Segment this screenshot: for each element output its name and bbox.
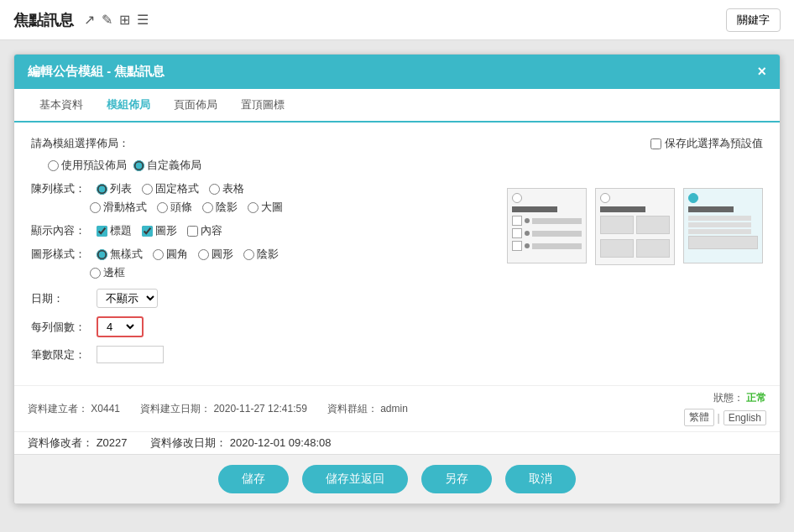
tab-page-layout[interactable]: 頁面佈局 bbox=[162, 89, 229, 123]
tab-module-layout[interactable]: 模組佈局 bbox=[95, 89, 162, 123]
style-scroll-label[interactable]: 滑動格式 bbox=[90, 200, 147, 215]
create-date-value: 2020-11-27 12:41:59 bbox=[213, 403, 306, 415]
per-row-label: 每列個數： bbox=[31, 320, 90, 335]
display-style-label: 陳列樣式： bbox=[31, 181, 90, 196]
tab-basic-info[interactable]: 基本資料 bbox=[28, 89, 95, 123]
style-fixed-radio[interactable] bbox=[142, 184, 153, 195]
per-row-select[interactable]: 1 2 3 4 5 bbox=[103, 320, 137, 334]
preview-1-dot3 bbox=[525, 243, 530, 248]
style-shadow-label[interactable]: 陰影 bbox=[202, 200, 238, 215]
style-table-radio[interactable] bbox=[209, 184, 220, 195]
img-border-radio[interactable] bbox=[90, 268, 101, 279]
image-style-row2: 邊框 bbox=[90, 265, 494, 280]
preview-2-bar bbox=[600, 206, 645, 212]
grid-icon[interactable]: ⊞ bbox=[119, 12, 130, 28]
img-round-corner-radio[interactable] bbox=[153, 249, 164, 260]
preview-1-row3 bbox=[512, 241, 582, 251]
style-headline-radio[interactable] bbox=[157, 202, 168, 213]
img-none-label[interactable]: 無樣式 bbox=[97, 247, 143, 262]
style-fixed-label[interactable]: 固定格式 bbox=[142, 181, 199, 196]
img-border-label[interactable]: 邊框 bbox=[90, 265, 125, 280]
preview-3-line2 bbox=[688, 222, 751, 227]
top-bar-icons: ↗︎ ✎ ⊞ ☰ bbox=[84, 12, 149, 28]
tab-pin-icon[interactable]: 置頂圖標 bbox=[229, 89, 296, 123]
img-shadow-label[interactable]: 陰影 bbox=[243, 247, 279, 262]
img-shadow-radio[interactable] bbox=[243, 249, 254, 260]
modifier-value: Z0227 bbox=[97, 436, 128, 449]
page-count-label: 筆數限定： bbox=[31, 347, 90, 362]
app-title: 焦點訊息 bbox=[13, 10, 74, 30]
preview-1-row2 bbox=[512, 228, 582, 238]
modify-date-info: 資料修改日期： 2020-12-01 09:48:08 bbox=[150, 436, 331, 449]
save-as-button[interactable]: 另存 bbox=[421, 465, 492, 493]
export-icon[interactable]: ↗︎ bbox=[84, 12, 95, 28]
preview-1-bar bbox=[512, 206, 557, 212]
lang-english[interactable]: English bbox=[723, 410, 766, 425]
save-default-checkbox[interactable] bbox=[650, 138, 661, 149]
image-style-row: 圖形樣式： 無樣式 圓角 bbox=[31, 247, 494, 262]
style-headline-label[interactable]: 頭條 bbox=[157, 200, 192, 215]
custom-radio[interactable] bbox=[133, 160, 144, 171]
content-image-checkbox[interactable] bbox=[142, 226, 153, 237]
preview-layout-1[interactable] bbox=[507, 188, 587, 263]
main-area: 編輯公告模組 - 焦點訊息 × 基本資料 模組佈局 頁面佈局 置頂圖標 請為模組… bbox=[0, 40, 794, 518]
content-title-label[interactable]: 標題 bbox=[97, 223, 132, 238]
style-list-radio[interactable] bbox=[97, 184, 107, 195]
top-bar-right: 關鍵字 bbox=[726, 8, 781, 32]
preview-layout-3[interactable] bbox=[683, 188, 763, 263]
content-text-checkbox[interactable] bbox=[187, 226, 198, 237]
modal-header: 編輯公告模組 - 焦點訊息 × bbox=[14, 55, 780, 89]
layout-type-row: 使用預設佈局 自定義佈局 bbox=[31, 158, 763, 173]
content-image-label[interactable]: 圖形 bbox=[142, 223, 177, 238]
img-circle-label[interactable]: 圓形 bbox=[198, 247, 233, 262]
per-row-field: 1 2 3 4 5 bbox=[97, 316, 144, 337]
creator-info: 資料建立者： X0441 bbox=[28, 402, 120, 416]
img-round-corner-label[interactable]: 圓角 bbox=[153, 247, 188, 262]
footer-info: 資料建立者： X0441 資料建立日期： 2020-11-27 12:41:59… bbox=[14, 385, 780, 431]
preview-2-cell4 bbox=[636, 239, 670, 258]
display-style-row: 陳列樣式： 列表 固定格式 bbox=[31, 181, 494, 196]
save-return-button[interactable]: 儲存並返回 bbox=[302, 465, 408, 493]
list-icon[interactable]: ☰ bbox=[137, 12, 149, 28]
close-icon[interactable]: × bbox=[757, 63, 766, 81]
edit-icon[interactable]: ✎ bbox=[102, 12, 112, 28]
create-date-info: 資料建立日期： 2020-11-27 12:41:59 bbox=[140, 402, 307, 416]
per-row-row: 每列個數： 1 2 3 4 5 bbox=[31, 316, 494, 337]
style-scroll-radio[interactable] bbox=[90, 202, 101, 213]
style-shadow-radio[interactable] bbox=[202, 202, 213, 213]
save-default-label: 保存此選擇為預設值 bbox=[665, 136, 763, 151]
modal-title: 編輯公告模組 - 焦點訊息 bbox=[28, 64, 165, 80]
lang-links: 繁體 | English bbox=[684, 409, 766, 426]
lang-traditional[interactable]: 繁體 bbox=[684, 409, 714, 426]
style-table-label[interactable]: 表格 bbox=[209, 181, 244, 196]
custom-radio-label[interactable]: 自定義佈局 bbox=[133, 158, 201, 173]
page-count-row: 筆數限定： bbox=[31, 346, 494, 363]
form-left: 陳列樣式： 列表 固定格式 bbox=[31, 181, 494, 372]
display-content-row: 顯示內容： 標題 圖形 內 bbox=[31, 223, 494, 238]
save-button[interactable]: 儲存 bbox=[218, 465, 289, 493]
layout-select-label: 請為模組選擇佈局： bbox=[31, 136, 129, 151]
page-count-input[interactable] bbox=[97, 346, 164, 363]
style-large-label[interactable]: 大圖 bbox=[248, 200, 283, 215]
content-title-checkbox[interactable] bbox=[97, 226, 107, 237]
use-default-radio[interactable] bbox=[48, 160, 59, 171]
preview-1-line2 bbox=[532, 231, 582, 237]
cancel-button[interactable]: 取消 bbox=[505, 465, 576, 493]
use-default-radio-label[interactable]: 使用預設佈局 bbox=[48, 158, 127, 173]
preview-1-sq3 bbox=[512, 241, 522, 251]
date-select[interactable]: 不顯示 顯示 bbox=[97, 289, 158, 308]
keyword-button[interactable]: 關鍵字 bbox=[726, 8, 781, 32]
modal-tabs: 基本資料 模組佈局 頁面佈局 置頂圖標 bbox=[14, 89, 780, 123]
display-content-options: 標題 圖形 內容 bbox=[97, 223, 222, 238]
img-circle-radio[interactable] bbox=[198, 249, 209, 260]
status-row: 狀態： 正常 bbox=[713, 391, 766, 405]
style-large-radio[interactable] bbox=[248, 202, 259, 213]
preview-1-dot bbox=[525, 218, 530, 223]
content-text-label[interactable]: 內容 bbox=[187, 223, 222, 238]
creator-label: 資料建立者： bbox=[28, 403, 88, 415]
preview-layout-2[interactable] bbox=[595, 188, 675, 265]
form-right bbox=[507, 188, 763, 372]
modifier-label: 資料修改者： bbox=[28, 436, 93, 449]
img-none-radio[interactable] bbox=[97, 249, 107, 260]
style-list-label[interactable]: 列表 bbox=[97, 181, 132, 196]
